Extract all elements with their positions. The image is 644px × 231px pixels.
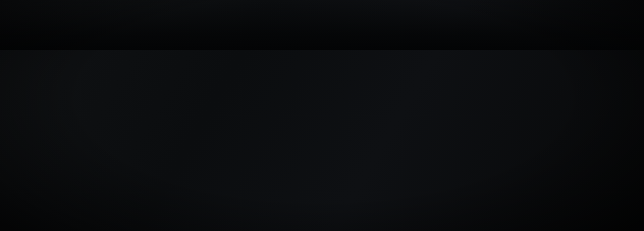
hero-scene bbox=[0, 0, 644, 231]
vignette bbox=[0, 0, 644, 231]
floor-shadow bbox=[0, 0, 644, 50]
instrument-collage bbox=[0, 0, 644, 231]
backlight-glow-layer bbox=[0, 0, 644, 231]
light-streaks-layer bbox=[0, 0, 644, 231]
